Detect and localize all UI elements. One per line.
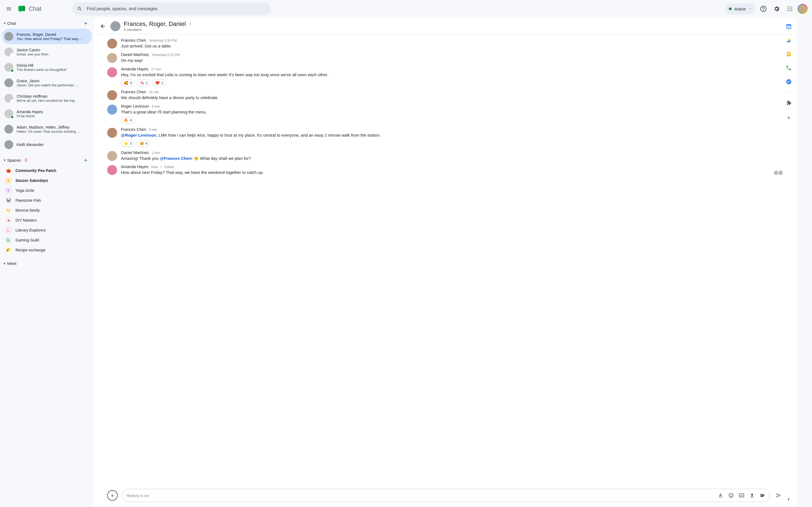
composer-add-button[interactable]: ＋ [107,490,118,501]
svg-point-9 [729,494,733,498]
main-menu-button[interactable] [2,2,15,15]
chat-section-header[interactable]: ▾ Chat ＋ [2,18,92,29]
message: Frances Chen15 minWe should definitely h… [107,88,783,102]
chat-item-preview: Jason: Did you watch the performan ... [16,83,88,87]
status-label: Active [734,7,746,11]
chat-list-item[interactable]: Adam, Madison, Helen, JeffreyHelen: Oh w… [2,121,92,137]
space-list-item[interactable]: YYoga circle [2,185,92,195]
message-text: How about next Friday? That way, we have… [121,169,263,175]
reaction-emoji: 🦄 [140,81,144,85]
space-icon: Y [5,187,12,194]
reaction-chip[interactable]: 🌟3 [121,140,135,147]
message-text: Amazing! Thank you @Frances Chen! 👏 What… [121,155,251,162]
space-list-item[interactable]: 🌮Recipe exchange [2,245,92,255]
svg-point-7 [790,10,790,11]
chat-list-item[interactable]: Janice CastroGreat, see you then. [2,44,92,60]
get-addons-button[interactable]: ＋ [786,113,792,122]
reaction-chip[interactable]: 🔥4 [121,117,135,124]
reaction-chip[interactable]: 🥰3 [121,79,135,87]
chat-list-item[interactable]: Frances, Roger, DanielYou: How about nex… [2,29,92,44]
presence-indicator-icon [10,115,14,119]
chat-list-item[interactable]: Gloria HillThe flowers were so thoughtfu… [2,60,92,75]
chat-item-preview: We're all set. He's excited for the trip… [16,99,88,103]
upload-button[interactable] [749,492,755,499]
message: Frances Chen5 min@Roger Levinson, LMK ho… [107,126,783,149]
reaction-count: 2 [146,81,148,85]
search-input[interactable] [87,6,266,11]
spaces-section-header[interactable]: ▾ Spaces 2 ＋ [2,155,92,166]
reaction-chip[interactable]: ❤️2 [152,79,166,87]
new-chat-button[interactable]: ＋ [82,19,90,27]
conversation-avatar [110,21,120,31]
composer-input[interactable] [126,493,714,498]
format-button[interactable] [717,492,724,499]
chat-item-title: Keith Alexander [16,143,88,147]
composer[interactable]: GIF [122,489,770,502]
keep-icon [786,51,792,57]
calendar-app-button[interactable]: 31 [785,23,792,30]
account-avatar[interactable] [798,4,808,14]
gif-button[interactable]: GIF [738,492,745,499]
message-timestamp: Yesterday 5:32 PM [152,53,180,57]
drive-app-button[interactable] [785,37,792,44]
message-avatar [107,53,117,63]
collapse-side-panel-button[interactable] [784,495,793,504]
emoji-icon [728,493,734,498]
message: Daniel Martínez2 minAmazing! Thank you @… [107,149,783,163]
back-button[interactable] [98,22,107,31]
svg-point-0 [788,7,789,7]
keep-app-button[interactable] [785,51,792,57]
space-list-item[interactable]: SSoccer Saturdays [2,175,92,185]
conversation-title: Frances, Roger, Daniel [124,20,186,27]
mention[interactable]: @Frances Chen [160,156,191,161]
apps-grid-icon [787,6,793,12]
space-name: Literary Explorers [15,228,46,232]
message-author: Frances Chen [121,127,146,132]
reaction-chip[interactable]: 🦄2 [137,79,150,87]
reaction-count: 4 [130,118,132,122]
video-call-button[interactable] [759,492,766,499]
conversation-title-button[interactable]: Frances, Roger, Daniel [124,20,192,27]
reactions-bar: 🌟3🥳4 [121,140,783,147]
chat-list-item[interactable]: Christian HoffmanWe're all set. He's exc… [2,91,92,106]
reaction-count: 2 [161,81,163,85]
space-list-item[interactable]: 🐼Pawsome Pals [2,195,92,205]
message-timestamp: Yesterday 5:30 PM [149,39,177,43]
search-bar[interactable] [72,2,271,15]
svg-point-5 [791,8,792,9]
space-list-item[interactable]: LLiterary Explorers [2,225,92,235]
space-icon: G [5,237,12,243]
status-selector[interactable]: Active [725,3,756,14]
spaces-unread-badge: 2 [23,158,29,162]
emoji-button[interactable] [728,492,734,499]
message-text: We should definitely have a dinner party… [121,95,218,101]
help-button[interactable] [758,3,769,14]
svg-point-18 [788,53,790,54]
space-list-item[interactable]: MMonroe family [2,205,92,215]
settings-button[interactable] [771,3,782,14]
tasks-app-button[interactable] [785,78,792,85]
space-icon: 🐼 [5,197,12,204]
chat-list-item[interactable]: Grace, JasonJason: Did you watch the per… [2,75,92,91]
message-avatar [107,151,117,161]
composer-area: ＋ GIF [94,487,797,507]
chat-list-item[interactable]: Amanda HayesI'll be there! [2,106,92,121]
message-avatar [107,39,117,49]
addons-button[interactable] [785,100,792,106]
message-timestamp: 8 min [152,105,160,108]
chat-list-item[interactable]: Keith Alexander [2,137,92,152]
new-space-button[interactable]: ＋ [82,156,90,164]
google-apps-button[interactable] [784,3,796,14]
app-logo[interactable]: Chat [18,4,48,13]
space-list-item[interactable]: 🔺DIY Masters [2,215,92,225]
reaction-chip[interactable]: 🥳4 [137,140,150,147]
voice-app-button[interactable] [785,65,792,71]
message-text: On my way! [121,57,143,63]
meet-section-header[interactable]: ▸ Meet [2,258,92,269]
mention[interactable]: @Roger Levinson [121,133,156,137]
svg-point-1 [790,7,790,7]
reaction-count: 3 [130,141,132,146]
space-list-item[interactable]: GGaming Guild [2,235,92,245]
space-name: Soccer Saturdays [15,178,48,183]
space-list-item[interactable]: 🍅Community Pea Patch [2,166,92,175]
